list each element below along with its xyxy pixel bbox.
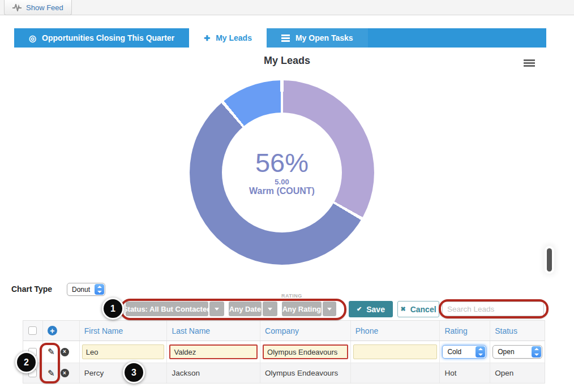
table-header-row: + First Name Last Name Company Phone Rat…: [23, 321, 545, 341]
cancel-button[interactable]: ✖ Cancel: [397, 301, 439, 317]
donut-center-percent: 56%: [255, 149, 309, 176]
donut-center-label: Warm (COUNT): [249, 186, 315, 196]
annotation-highlight-filters: [120, 299, 346, 320]
cell-company: Olympus Endeavours: [260, 363, 351, 383]
header-rating[interactable]: Rating: [440, 321, 490, 341]
chart-type-select[interactable]: Donut: [67, 283, 105, 296]
table-row-editing: ✎ × Cold Open: [23, 341, 545, 363]
save-label: Save: [366, 305, 385, 314]
header-first-name[interactable]: First Name: [80, 321, 168, 341]
annotation-highlight-search: [439, 299, 549, 318]
vertical-scrollbar-thumb[interactable]: [547, 248, 552, 272]
status-select-value: Open: [498, 348, 514, 356]
chart-type-label: Chart Type: [11, 285, 52, 294]
select-stepper-icon: [532, 346, 541, 357]
header-last-name[interactable]: Last Name: [167, 321, 260, 341]
phone-field[interactable]: [353, 344, 438, 359]
leads-table: + First Name Last Name Company Phone Rat…: [23, 320, 545, 384]
header-company[interactable]: Company: [260, 321, 351, 341]
screen: Show Feed ◎ Opportunities Closing This Q…: [0, 0, 574, 392]
task-list-icon: [281, 35, 290, 36]
check-icon: ✔: [357, 305, 362, 313]
select-stepper-icon: [95, 284, 104, 295]
donut-center: 56% 5.00 Warm (COUNT): [222, 113, 342, 232]
add-record-icon[interactable]: +: [48, 326, 57, 335]
bullseye-icon: ◎: [29, 34, 36, 42]
tab-label: My Open Tasks: [295, 33, 353, 42]
donut-chart: 56% 5.00 Warm (COUNT): [190, 80, 374, 265]
cell-status: Open: [490, 363, 545, 383]
hamburger-menu-icon[interactable]: [524, 59, 535, 61]
table-row: ✎ × Percy Jackson Olympus Endeavours Hot…: [23, 363, 545, 384]
show-feed-label: Show Feed: [26, 3, 63, 12]
rating-overlay-label: RATING: [281, 293, 302, 299]
delete-icon[interactable]: ×: [61, 348, 69, 356]
cell-phone: [351, 363, 440, 383]
cell-last-name: Jackson: [167, 363, 260, 383]
tab-label: My Leads: [216, 33, 252, 42]
dashboard-tab-bar: ◎ Opportunities Closing This Quarter ✚ M…: [14, 28, 546, 48]
feed-bar: Show Feed: [0, 0, 574, 15]
header-phone[interactable]: Phone: [351, 321, 440, 341]
rating-select[interactable]: Cold: [442, 345, 486, 359]
annotation-badge-2: 2: [15, 351, 37, 373]
select-stepper-icon: [476, 346, 485, 357]
annotation-badge-1: 1: [102, 298, 124, 320]
rating-select-value: Cold: [447, 348, 461, 356]
dashlet-title: My Leads: [0, 55, 574, 67]
save-button[interactable]: ✔ Save: [349, 301, 393, 317]
header-status[interactable]: Status: [490, 321, 545, 341]
tab-opportunities-closing[interactable]: ◎ Opportunities Closing This Quarter: [14, 28, 189, 48]
tab-label: Opportunities Closing This Quarter: [42, 33, 174, 42]
donut-center-value: 5.00: [275, 178, 289, 186]
status-select[interactable]: Open: [492, 345, 542, 359]
annotation-badge-3: 3: [123, 361, 145, 384]
last-name-field[interactable]: [169, 344, 258, 359]
move-cross-icon: ✚: [204, 35, 210, 42]
first-name-field[interactable]: [82, 344, 165, 359]
cell-rating: Hot: [440, 363, 490, 383]
x-icon: ✖: [400, 305, 405, 313]
delete-icon[interactable]: ×: [61, 369, 69, 377]
chart-type-value: Donut: [72, 286, 90, 294]
annotation-highlight-edit-icons: [40, 343, 60, 384]
cancel-label: Cancel: [410, 305, 436, 314]
activity-pulse-icon: [12, 4, 22, 11]
company-field[interactable]: [263, 344, 348, 359]
tab-my-leads[interactable]: ✚ My Leads: [189, 28, 267, 48]
select-all-checkbox[interactable]: [28, 326, 37, 335]
tab-my-open-tasks[interactable]: My Open Tasks: [267, 28, 368, 48]
show-feed-button[interactable]: Show Feed: [4, 0, 72, 15]
